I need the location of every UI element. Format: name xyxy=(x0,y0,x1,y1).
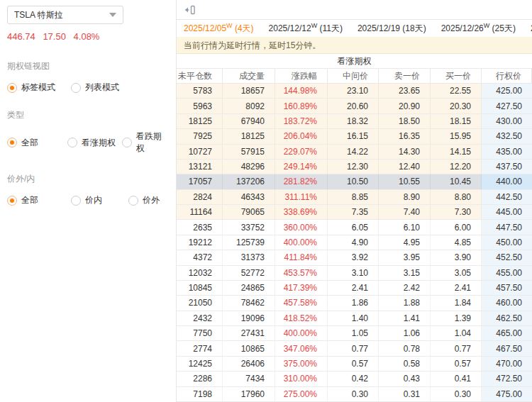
strike-cell: 447.50 xyxy=(482,220,532,234)
radio-option-label: 价内 xyxy=(85,194,102,206)
radio-selected-icon xyxy=(7,83,17,93)
option-cell: 3.95 xyxy=(379,250,431,264)
option-row[interactable]: 2105078462457.58%1.861.881.84460.00 xyxy=(177,296,532,311)
option-cell: 1.06 xyxy=(379,326,431,340)
option-cell: 10845 xyxy=(177,281,223,295)
column-header: 卖一价 xyxy=(379,69,431,83)
option-cell: 4.85 xyxy=(431,235,482,250)
option-cell: 4372 xyxy=(177,250,223,264)
option-cell: 311.11% xyxy=(275,190,328,204)
radio-group-chain-view: 标签模式列表模式 xyxy=(7,82,167,94)
chevron-down-icon xyxy=(109,13,116,17)
option-row[interactable]: 19212125739400.00%4.904.954.85450.00 xyxy=(177,235,532,250)
option-cell: 12.30 xyxy=(328,160,379,174)
option-row[interactable]: 719817960275.00%0.300.310.30475.00 xyxy=(177,387,532,402)
option-cell: 17960 xyxy=(223,387,275,401)
radio-group-type: 全部看涨期权看跌期权 xyxy=(7,130,167,155)
option-row[interactable]: 1203252772453.57%3.103.153.05455.00 xyxy=(177,266,532,281)
radio-option[interactable]: 全部 xyxy=(7,194,71,206)
radio-selected-icon xyxy=(7,138,17,147)
option-row[interactable]: 578318657144.98%23.1023.6522.55425.00 xyxy=(177,84,532,99)
option-row[interactable]: 282446343311.11%8.858.908.80442.50 xyxy=(177,190,532,205)
section-label-type: 类型 xyxy=(7,109,167,121)
price-change: 17.50 xyxy=(43,31,66,42)
option-cell: 27431 xyxy=(223,326,275,340)
option-cell: 281.82% xyxy=(275,174,328,189)
column-header: 涨跌幅 xyxy=(275,69,328,83)
option-row[interactable]: 59638092160.89%20.6020.9020.30427.50 xyxy=(177,99,532,113)
strike-cell: 467.50 xyxy=(482,341,532,355)
sidebar: TSLA 特斯拉 446.74 17.50 4.08% 期权链视图 标签模式列表… xyxy=(0,0,176,402)
option-cell: 14.15 xyxy=(431,145,482,159)
option-row[interactable]: 1084524865417.39%2.412.422.41457.50 xyxy=(177,281,532,296)
panel-toolbar xyxy=(177,0,532,20)
expiry-tab[interactable]: 2025/12/12W (11天) xyxy=(269,23,343,35)
collapse-panel-icon[interactable] xyxy=(184,5,196,15)
option-cell: 20.30 xyxy=(431,99,482,113)
option-cell: 7750 xyxy=(177,326,223,340)
strike-cell: 437.50 xyxy=(482,160,532,174)
option-row[interactable]: 437231373411.84%3.923.953.90452.50 xyxy=(177,250,532,265)
option-cell: 48296 xyxy=(223,160,275,174)
option-row[interactable]: 17057137206281.82%10.5010.5510.45440.00 xyxy=(177,174,532,189)
option-row[interactable]: 243219096418.52%1.401.411.39462.50 xyxy=(177,311,532,326)
expiry-tab[interactable]: 2025/12/26W (25天) xyxy=(441,23,516,35)
radio-option[interactable]: 价内 xyxy=(71,194,128,206)
calls-group-header: 看涨期权 xyxy=(177,54,532,69)
strike-cell: 440.00 xyxy=(482,174,532,189)
radio-unselected-icon xyxy=(122,138,132,147)
section-label-chain-view: 期权链视图 xyxy=(7,60,167,72)
option-cell: 1.86 xyxy=(328,296,379,310)
option-cell: 229.07% xyxy=(275,145,328,159)
option-cell: 6.00 xyxy=(431,220,482,234)
strike-cell: 430.00 xyxy=(482,114,532,128)
strike-cell: 475.00 xyxy=(482,387,532,401)
options-chain-window: TSLA 特斯拉 446.74 17.50 4.08% 期权链视图 标签模式列表… xyxy=(0,0,532,402)
option-row[interactable]: 1242526406375.00%0.570.580.57470.00 xyxy=(177,357,532,372)
option-row[interactable]: 1312148296249.14%12.3012.4012.20437.50 xyxy=(177,160,532,174)
option-row[interactable]: 1812567940183.72%18.3218.5018.15430.00 xyxy=(177,114,532,129)
option-cell: 1.84 xyxy=(431,296,482,310)
strike-cell: 427.50 xyxy=(482,99,532,113)
option-cell: 400.00% xyxy=(275,235,328,250)
option-cell: 2.41 xyxy=(328,281,379,295)
option-row[interactable]: 775027431400.00%1.051.061.04465.00 xyxy=(177,326,532,341)
radio-option[interactable]: 列表模式 xyxy=(71,82,128,94)
options-table-body: 578318657144.98%23.1023.6522.55425.00596… xyxy=(177,84,532,402)
option-cell: 1.04 xyxy=(431,326,482,340)
option-cell: 7198 xyxy=(177,387,223,401)
radio-option-label: 价外 xyxy=(143,194,160,206)
option-row[interactable]: 1116479065338.69%7.357.407.30445.00 xyxy=(177,205,532,220)
option-cell: 6.10 xyxy=(379,220,431,234)
option-cell: 4.95 xyxy=(379,235,431,250)
option-cell: 8.80 xyxy=(431,190,482,204)
option-cell: 2774 xyxy=(177,341,223,355)
option-row[interactable]: 22867434310.00%0.420.430.41472.50 xyxy=(177,372,532,386)
option-cell: 23.65 xyxy=(379,84,431,98)
radio-option[interactable]: 看跌期权 xyxy=(122,130,167,155)
option-row[interactable]: 1072757915229.07%14.2214.3014.15435.00 xyxy=(177,145,532,160)
option-row[interactable]: 792518125206.04%16.1516.3515.95432.50 xyxy=(177,129,532,144)
radio-unselected-icon xyxy=(67,138,77,147)
symbol-select[interactable]: TSLA 特斯拉 xyxy=(7,6,123,24)
radio-option[interactable]: 标签模式 xyxy=(7,82,71,94)
option-cell: 19096 xyxy=(223,311,275,325)
option-row[interactable]: 263533752360.00%6.056.106.00447.50 xyxy=(177,220,532,235)
option-cell: 1.39 xyxy=(431,311,482,325)
option-cell: 18125 xyxy=(223,129,275,143)
strike-cell: 457.50 xyxy=(482,281,532,295)
option-cell: 57915 xyxy=(223,145,275,159)
expiry-tab[interactable]: 2025/12/19 (18天) xyxy=(358,23,426,35)
option-row[interactable]: 277410865347.06%0.770.780.77467.50 xyxy=(177,341,532,356)
radio-option[interactable]: 看涨期权 xyxy=(67,137,122,149)
option-cell: 10727 xyxy=(177,145,223,159)
option-cell: 2432 xyxy=(177,311,223,325)
option-cell: 0.77 xyxy=(328,341,379,355)
option-cell: 360.00% xyxy=(275,220,328,234)
radio-option[interactable]: 价外 xyxy=(128,194,160,206)
expiry-tab[interactable]: 2025/12/05W (4天) xyxy=(184,23,254,35)
radio-option[interactable]: 全部 xyxy=(7,137,67,149)
option-cell: 8.90 xyxy=(379,190,431,204)
option-cell: 2.42 xyxy=(379,281,431,295)
option-cell: 14.30 xyxy=(379,145,431,159)
